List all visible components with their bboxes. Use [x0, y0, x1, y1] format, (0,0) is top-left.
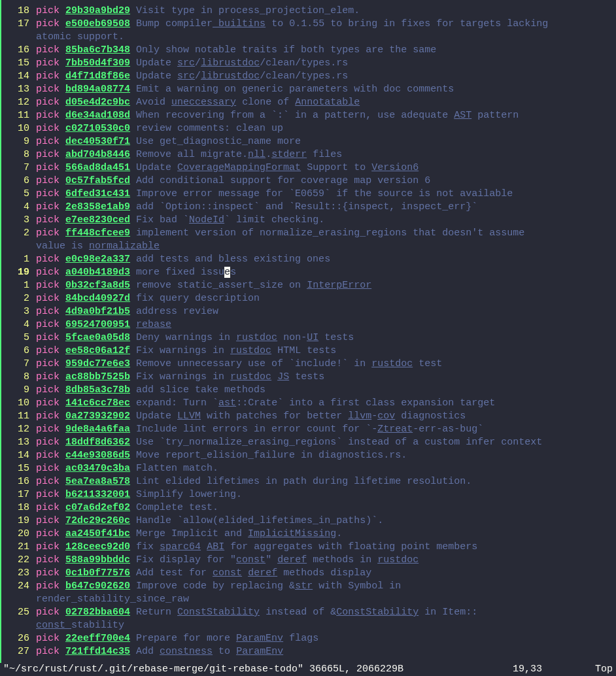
editor-line[interactable]: value is normalizable: [0, 240, 616, 253]
editor-line[interactable]: render_stability_since_raw: [0, 593, 616, 606]
rebase-command: pick: [36, 358, 60, 369]
editor-line[interactable]: 7pick 566ad8da451 Update CoverageMapping…: [0, 161, 616, 175]
editor-line[interactable]: 15pick ac03470c3ba Flatten match.: [0, 462, 616, 475]
editor-line[interactable]: 10pick 141c6cc78ec expand: Turn `ast::Cr…: [0, 397, 616, 410]
rebase-command: pick: [36, 306, 60, 317]
editor-line[interactable]: 19pick a040b4189d3 more fixed issues: [0, 266, 616, 279]
editor-line[interactable]: 20pick aa2450f41bc Merge Implicit and Im…: [0, 528, 616, 541]
editor-line[interactable]: 5pick 6dfed31c431 Improve error message …: [0, 188, 616, 201]
line-number: 12: [0, 423, 36, 436]
rebase-command: pick: [36, 411, 60, 422]
line-content: pick 22eeff700e4 Prepare for more ParamE…: [36, 632, 616, 645]
commit-hash: 0b32cf3a8d5: [65, 280, 130, 291]
commit-hash: 4d9a0bf21b5: [65, 306, 130, 317]
editor-line[interactable]: 1pick e0c98e2a337 add tests and bless ex…: [0, 253, 616, 266]
line-number: 14: [0, 449, 36, 462]
commit-hash: 0a273932902: [65, 411, 130, 422]
line-number: 2: [0, 227, 36, 240]
editor-line[interactable]: 6pick ee58c06a12f Fix warnings in rustdo…: [0, 345, 616, 358]
editor-line[interactable]: 22pick 588a99bbddc Fix display for "cons…: [0, 554, 616, 567]
editor-line[interactable]: 3pick e7ee8230ced Fix bad `NodeId` limit…: [0, 214, 616, 227]
line-number: 17: [0, 488, 36, 501]
rebase-command: pick: [36, 319, 60, 330]
rebase-command: pick: [36, 71, 60, 82]
editor-line[interactable]: atomic support.: [0, 31, 616, 44]
editor-line[interactable]: 6pick 0c57fab5fcd Add conditional suppor…: [0, 175, 616, 188]
editor-line[interactable]: 11pick 0a273932902 Update LLVM with patc…: [0, 410, 616, 423]
editor-line[interactable]: 18pick 29b30a9bd29 Visit type in process…: [0, 5, 616, 18]
commit-hash: 18ddf8d6362: [65, 437, 130, 448]
line-number: 19: [0, 515, 36, 528]
editor-line[interactable]: 17pick b6211332001 Simplify lowering.: [0, 488, 616, 501]
editor-line[interactable]: 24pick b647c902620 Improve code by repla…: [0, 580, 616, 593]
editor-line[interactable]: 3pick 4d9a0bf21b5 address review: [0, 305, 616, 318]
editor-line[interactable]: 14pick c44e93086d5 Move report_elision_f…: [0, 449, 616, 462]
commit-hash: 6dfed31c431: [65, 188, 130, 199]
editor-line[interactable]: 2pick ff448cfcee9 implement version of n…: [0, 227, 616, 240]
editor-line[interactable]: 10pick c02710530c0 review comments: clea…: [0, 122, 616, 135]
editor-line[interactable]: 25pick 02782bba604 Return ConstStability…: [0, 606, 616, 619]
editor-line[interactable]: 16pick 5ea7ea8a578 Lint elided lifetimes…: [0, 475, 616, 488]
editor-line[interactable]: 8pick abd704b8446 Remove all migrate.nll…: [0, 148, 616, 161]
editor-line[interactable]: 13pick bd894a08774 Emit a warning on gen…: [0, 83, 616, 96]
line-number: 20: [0, 528, 36, 541]
rebase-command: pick: [36, 371, 60, 382]
line-number: 14: [0, 70, 36, 83]
line-content: pick ac88bb7525b Fix warnings in rustdoc…: [36, 371, 616, 384]
line-content: pick 02782bba604 Return ConstStability i…: [36, 606, 616, 619]
commit-hash: 128ceec92d0: [65, 541, 130, 552]
editor-line[interactable]: 2pick 84bcd40927d fix query description: [0, 292, 616, 305]
editor-line[interactable]: 17pick e500eb69508 Bump compiler_builtin…: [0, 18, 616, 31]
editor-line[interactable]: 11pick d6e34ad108d When recovering from …: [0, 109, 616, 122]
commit-hash: 5ea7ea8a578: [65, 476, 130, 487]
editor-line[interactable]: 8pick ac88bb7525b Fix warnings in rustdo…: [0, 371, 616, 384]
editor-line[interactable]: 9pick 8db85a3c78b add slice take methods: [0, 384, 616, 397]
line-content: pick d05e4d2c9bc Avoid uneccessary clone…: [36, 96, 616, 109]
line-number: 6: [0, 345, 36, 358]
line-number: 27: [0, 645, 36, 658]
rebase-command: pick: [36, 489, 60, 500]
editor-line[interactable]: 13pick 18ddf8d6362 Use `try_normalize_er…: [0, 436, 616, 449]
line-number: 9: [0, 135, 36, 148]
line-number: 4: [0, 201, 36, 214]
editor-line[interactable]: 9pick dec40530f71 Use get_diagnostic_nam…: [0, 135, 616, 148]
status-pos: 19,33: [513, 664, 542, 675]
commit-hash: c02710530c0: [65, 123, 130, 134]
line-number: 8: [0, 371, 36, 384]
rebase-command: pick: [36, 84, 60, 95]
editor-line[interactable]: 15pick 7bb50d4f309 Update src/librustdoc…: [0, 57, 616, 70]
line-content: pick 85ba6c7b348 Only show notable trait…: [36, 44, 616, 57]
line-number: 10: [0, 122, 36, 135]
line-content: pick 128ceec92d0 fix sparc64 ABI for agg…: [36, 541, 616, 554]
text-lines[interactable]: 18pick 29b30a9bd29 Visit type in process…: [0, 0, 616, 658]
editor-line[interactable]: const_stability: [0, 619, 616, 632]
editor-line[interactable]: 1pick 0b32cf3a8d5 remove static_assert_s…: [0, 279, 616, 292]
line-number: 1: [0, 253, 36, 266]
status-line: "~/src/rust/rust/.git/rebase-merge/git-r…: [0, 663, 616, 676]
line-number: 13: [0, 83, 36, 96]
commit-hash: 5fcae0a05d8: [65, 332, 130, 343]
commit-hash: 0c57fab5fcd: [65, 175, 130, 186]
editor-line[interactable]: 14pick d4f71d8f86e Update src/librustdoc…: [0, 70, 616, 83]
editor-line[interactable]: 16pick 85ba6c7b348 Only show notable tra…: [0, 44, 616, 57]
rebase-command: pick: [36, 267, 60, 278]
editor-line[interactable]: 12pick d05e4d2c9bc Avoid uneccessary clo…: [0, 96, 616, 109]
editor-line[interactable]: 4pick 2e8358e1ab9 add `Option::inspect` …: [0, 201, 616, 214]
editor-line[interactable]: 5pick 5fcae0a05d8 Deny warnings in rustd…: [0, 331, 616, 345]
editor-line[interactable]: 18pick c07a6d2ef02 Complete test.: [0, 501, 616, 515]
line-number: 13: [0, 436, 36, 449]
editor-line[interactable]: 23pick 0c1b0f77576 Add test for const de…: [0, 567, 616, 580]
editor-line[interactable]: 26pick 22eeff700e4 Prepare for more Para…: [0, 632, 616, 645]
commit-hash: b647c902620: [65, 581, 130, 592]
rebase-command: pick: [36, 476, 60, 487]
commit-hash: aa2450f41bc: [65, 528, 130, 539]
editor-line[interactable]: 21pick 128ceec92d0 fix sparc64 ABI for a…: [0, 541, 616, 554]
editor-line[interactable]: 7pick 959dc77e6e3 Remove unnecessary use…: [0, 358, 616, 371]
editor-line[interactable]: 4pick 69524700951 rebase: [0, 318, 616, 331]
commit-hash: ff448cfcee9: [65, 228, 130, 239]
line-number: 16: [0, 475, 36, 488]
editor-viewport[interactable]: 18pick 29b30a9bd29 Visit type in process…: [0, 0, 616, 676]
editor-line[interactable]: 27pick 721ffd14c35 Add constness to Para…: [0, 645, 616, 658]
editor-line[interactable]: 12pick 9de8a4a6faa Include lint errors i…: [0, 423, 616, 436]
editor-line[interactable]: 19pick 72dc29c260c Handle `allow(elided_…: [0, 515, 616, 528]
